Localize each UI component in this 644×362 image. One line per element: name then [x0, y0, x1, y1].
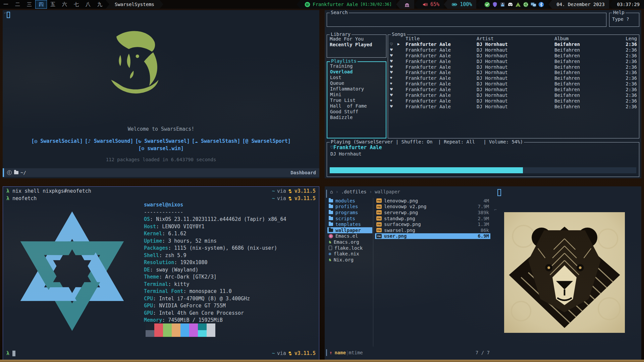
file-row[interactable]: surfacewp.png 1.3M — [375, 221, 490, 227]
date-widget[interactable]: 04. Dezember 2023 — [552, 0, 609, 9]
liked-heart-icon[interactable]: ♥ — [390, 75, 397, 81]
songs-list: ♡ ▶ Frankfurter Aale DJ Hornhaut Beifahr… — [390, 42, 637, 110]
liked-heart-icon[interactable]: ♥ — [390, 93, 397, 98]
liked-heart-icon[interactable]: ♥ — [390, 47, 397, 53]
liked-heart-icon[interactable]: ♥ — [390, 87, 397, 93]
song-title: Frankfurter Aale — [406, 81, 477, 87]
terminal-prompt-line[interactable]: λ ~via v3.11.5 — [6, 350, 316, 356]
discord-icon[interactable] — [507, 2, 513, 7]
breadcrumb-dir[interactable]: .dotfiles — [341, 189, 367, 194]
song-row[interactable]: ♥ Frankfurter Aale DJ Hornhaut Beifahren… — [390, 81, 637, 87]
playlist-item[interactable]: Lost — [330, 75, 386, 80]
dashboard-link-button[interactable]: [@ SwarselSport] — [242, 138, 291, 144]
playlist-item[interactable]: Training — [330, 63, 386, 69]
syncthing-icon[interactable] — [523, 2, 529, 7]
playlist-item[interactable]: Queue — [330, 80, 386, 86]
playlist-item[interactable]: Mini — [330, 92, 386, 98]
workspace-button[interactable]: 七 — [70, 0, 82, 9]
liked-heart-icon[interactable]: ♥ — [390, 53, 397, 59]
liked-heart-icon[interactable]: ♥ — [390, 98, 397, 104]
song-row[interactable]: ♥ Frankfurter Aale DJ Hornhaut Beifahren… — [390, 64, 637, 70]
workspace-button[interactable]: 八 — [82, 0, 94, 9]
liked-heart-icon[interactable]: ♥ — [390, 64, 397, 70]
display-icon[interactable] — [531, 2, 536, 7]
dashboard-link-button[interactable]: [☁ SwarselStash] — [192, 138, 240, 144]
now-playing-artist: DJ Hornhaut — [330, 151, 362, 157]
song-row[interactable]: ♥ Frankfurter Aale DJ Hornhaut Beifahren… — [390, 104, 637, 110]
song-row[interactable]: ♥ Frankfurter Aale DJ Hornhaut Beifahren… — [390, 47, 637, 53]
file-row[interactable]: wallpaper — [327, 227, 372, 233]
file-row[interactable]: flake.lock — [327, 245, 372, 251]
song-row[interactable]: ♥ Frankfurter Aale DJ Hornhaut Beifahren… — [390, 59, 637, 64]
file-row[interactable]: scripts — [327, 216, 372, 222]
file-row[interactable]: templates — [327, 221, 372, 227]
playlist-item[interactable]: Hall of Fame — [330, 103, 386, 109]
breadcrumb[interactable]: ⌂ › .dotfiles › wallpaper — [330, 189, 400, 194]
file-row[interactable]: standwp.png 2.9M — [375, 216, 490, 222]
library-item[interactable]: Recently Played — [330, 42, 386, 48]
file-row[interactable]: lenovowp.png 4M — [375, 198, 490, 204]
sort-field[interactable]: name — [334, 350, 346, 355]
workspace-button[interactable]: 四 — [35, 0, 47, 9]
workspace-button[interactable]: 三 — [23, 0, 35, 9]
sort-alt-field[interactable]: mtime — [349, 350, 363, 355]
song-row[interactable]: ♥ Frankfurter Aale DJ Hornhaut Beifahren… — [390, 87, 637, 93]
liked-heart-icon[interactable]: ♡ — [390, 42, 397, 47]
now-playing-widget[interactable]: Frankfurter Aale [01:38/02:36] — [300, 0, 396, 9]
playlist-item[interactable]: Badizzle — [330, 115, 386, 120]
tray-cube-icon[interactable] — [500, 2, 505, 7]
battery-widget[interactable]: 100% — [447, 0, 476, 9]
workspace-button[interactable]: 一 — [0, 0, 12, 9]
breadcrumb-cwd[interactable]: wallpaper — [375, 189, 400, 194]
checkmark-icon[interactable] — [484, 2, 490, 7]
song-row[interactable]: ♥ Frankfurter Aale DJ Hornhaut Beifahren… — [390, 75, 637, 81]
song-row[interactable]: ♡ ▶ Frankfurter Aale DJ Hornhaut Beifahr… — [390, 42, 637, 47]
workspace-button[interactable]: 五 — [47, 0, 59, 9]
song-row[interactable]: ♥ Frankfurter Aale DJ Hornhaut Beifahren… — [390, 70, 637, 75]
liked-heart-icon[interactable]: ♥ — [390, 81, 397, 87]
playlist-item[interactable]: True List — [330, 98, 386, 103]
file-name: profiles — [335, 204, 358, 209]
playlist-item[interactable]: Good Stuff — [330, 109, 386, 115]
library-item[interactable]: Made For You — [330, 36, 386, 42]
playlist-item[interactable]: Overload — [330, 69, 386, 75]
sort-direction-icon[interactable]: ↑ — [329, 350, 332, 355]
swarsel-win-button[interactable]: [⚙ swarsel.win] — [138, 145, 183, 152]
tent-icon[interactable] — [515, 2, 521, 7]
home-icon[interactable]: ⌂ — [330, 189, 333, 194]
emacs-icon: E — [7, 170, 12, 175]
liked-heart-icon[interactable]: ♥ — [390, 70, 397, 75]
song-row[interactable]: ♥ Frankfurter Aale DJ Hornhaut Beifahren… — [390, 93, 637, 98]
workspace-button[interactable]: 六 — [59, 0, 70, 9]
file-row[interactable]: Nix.org — [327, 257, 372, 263]
volume-widget[interactable]: 65% — [418, 0, 444, 9]
file-row[interactable]: lenovowp_v2.png 7.9M — [375, 204, 490, 210]
shield-icon[interactable] — [492, 2, 498, 7]
file-row[interactable]: Emacs.org — [327, 239, 372, 245]
workspace-button[interactable]: 九 — [94, 0, 106, 9]
dashboard-link-button[interactable]: [◎ SwarselSocial] — [31, 138, 83, 144]
song-progress-bar[interactable] — [330, 167, 636, 173]
bluetooth-icon[interactable] — [538, 2, 544, 7]
song-row[interactable]: ♥ Frankfurter Aale DJ Hornhaut Beifahren… — [390, 53, 637, 59]
clock-widget[interactable]: 03:37:29 — [613, 0, 644, 9]
playlist-item[interactable]: Inflammatory — [330, 86, 386, 92]
workspace-button[interactable]: 二 — [12, 0, 23, 9]
song-length: 2:36 — [619, 59, 637, 64]
idle-inhibitor-widget[interactable] — [400, 0, 414, 9]
file-row[interactable]: flake.nix — [327, 251, 372, 257]
file-row[interactable]: Emacs.el — [327, 233, 372, 239]
file-row[interactable]: modules — [327, 198, 372, 204]
dashboard-link-button[interactable]: [♪ SwarselSound] — [85, 138, 133, 144]
song-row[interactable]: ♥ Frankfurter Aale DJ Hornhaut Beifahren… — [390, 98, 637, 104]
file-row[interactable]: user.png 6.9M — [375, 233, 490, 239]
file-row[interactable]: programs — [327, 209, 372, 216]
liked-heart-icon[interactable]: ♥ — [390, 59, 397, 64]
search-panel[interactable]: Search — [327, 13, 606, 27]
file-row[interactable]: swarsel.png 86k — [375, 227, 490, 233]
dashboard-link-button[interactable]: [↻ SwarselSwarsel] — [135, 138, 190, 144]
liked-heart-icon[interactable]: ♥ — [390, 104, 397, 110]
file-row[interactable]: serverwp.png 389k — [375, 209, 490, 216]
terminal-window[interactable]: λ nix shell nixpkgs#neofetch ~via v3.11.… — [3, 186, 319, 360]
file-row[interactable]: profiles — [327, 204, 372, 210]
